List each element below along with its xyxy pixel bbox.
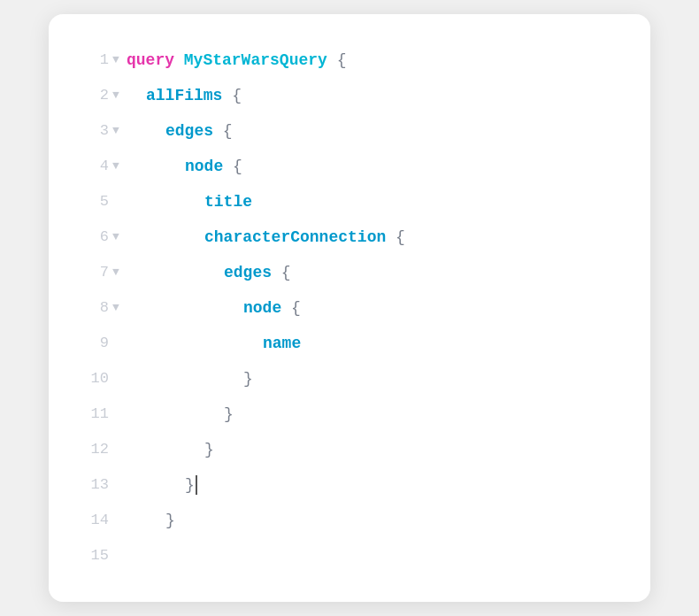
code-line: 5title xyxy=(77,184,615,219)
token: } xyxy=(224,405,234,423)
token: MyStarWarsQuery xyxy=(184,51,327,69)
token: name xyxy=(263,335,301,352)
code-content: title xyxy=(204,184,252,219)
collapse-arrow-icon: ▼ xyxy=(112,113,123,149)
code-content: name xyxy=(263,326,301,361)
line-number: 12 xyxy=(77,432,109,467)
collapse-arrow-icon: ▼ xyxy=(112,255,123,290)
collapse-arrow-icon: ▼ xyxy=(112,78,123,113)
code-line: 7▼edges { xyxy=(77,255,615,290)
collapse-arrow-icon: ▼ xyxy=(112,42,123,78)
code-content: query MyStarWarsQuery { xyxy=(127,42,346,78)
line-number: 11 xyxy=(77,397,109,432)
token: } xyxy=(165,512,175,529)
token: } xyxy=(243,370,253,388)
code-content: node { xyxy=(243,290,301,326)
code-line: 6▼characterConnection { xyxy=(77,219,615,255)
code-line: 10} xyxy=(77,361,615,397)
collapse-arrow-icon: ▼ xyxy=(112,290,123,326)
code-line: 11} xyxy=(77,397,615,432)
line-number: 1 xyxy=(77,42,109,78)
token: query xyxy=(127,51,184,69)
code-content: edges { xyxy=(165,113,233,149)
line-number: 2 xyxy=(77,78,109,113)
line-number: 8 xyxy=(77,290,109,326)
token: { xyxy=(222,87,242,104)
token: } xyxy=(204,441,214,458)
token: node xyxy=(243,299,281,317)
token: { xyxy=(386,228,405,246)
code-line: 14} xyxy=(77,503,615,538)
line-number: 13 xyxy=(77,467,109,503)
line-number: 6 xyxy=(77,219,109,255)
code-line: 2▼allFilms { xyxy=(77,78,615,113)
line-number: 4 xyxy=(77,149,109,184)
token: } xyxy=(185,476,195,494)
line-number: 9 xyxy=(77,326,109,361)
token: node xyxy=(185,158,223,175)
code-line: 8▼node { xyxy=(77,290,615,326)
token: { xyxy=(281,299,301,317)
code-content: edges { xyxy=(224,255,291,290)
code-content: } xyxy=(185,467,197,503)
code-content: } xyxy=(243,361,253,397)
collapse-arrow-icon: ▼ xyxy=(112,219,123,255)
line-number: 5 xyxy=(77,184,109,219)
token: { xyxy=(272,264,291,281)
code-content: } xyxy=(224,397,234,432)
token: edges xyxy=(224,264,272,281)
token: { xyxy=(213,122,233,140)
token: { xyxy=(223,158,242,175)
token: { xyxy=(327,51,347,69)
token: characterConnection xyxy=(204,228,386,246)
line-number: 7 xyxy=(77,255,109,290)
code-line: 12} xyxy=(77,432,615,467)
code-editor[interactable]: 1▼query MyStarWarsQuery {2▼allFilms {3▼e… xyxy=(49,14,650,602)
code-line: 4▼node { xyxy=(77,149,615,184)
code-line: 3▼edges { xyxy=(77,113,615,149)
code-content: characterConnection { xyxy=(204,219,405,255)
collapse-arrow-icon: ▼ xyxy=(112,149,123,184)
line-number: 3 xyxy=(77,113,109,149)
code-content: } xyxy=(204,432,214,467)
line-number: 14 xyxy=(77,503,109,538)
code-lines: 1▼query MyStarWarsQuery {2▼allFilms {3▼e… xyxy=(77,42,615,574)
code-line: 13} xyxy=(77,467,615,503)
code-content: } xyxy=(165,503,175,538)
code-line: 1▼query MyStarWarsQuery { xyxy=(77,42,615,78)
text-cursor xyxy=(196,475,197,495)
token: title xyxy=(204,193,252,211)
token: edges xyxy=(165,122,213,140)
token: allFilms xyxy=(146,87,222,104)
code-line: 9name xyxy=(77,326,615,361)
code-line: 15 xyxy=(77,538,615,574)
code-content: allFilms { xyxy=(146,78,242,113)
code-content: node { xyxy=(185,149,242,184)
line-number: 10 xyxy=(77,361,109,397)
line-number: 15 xyxy=(77,538,109,574)
